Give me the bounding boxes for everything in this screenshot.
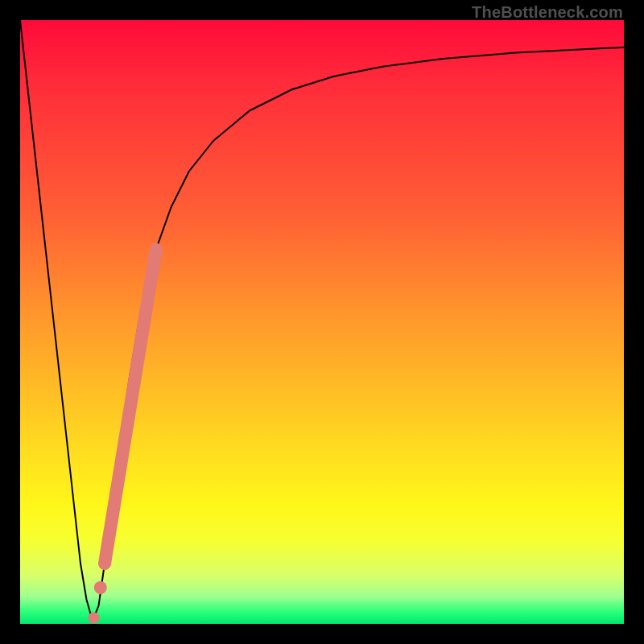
- dot-1: [94, 581, 107, 594]
- watermark-text: TheBottleneck.com: [472, 3, 623, 22]
- dot-2: [89, 613, 100, 624]
- plot-svg: [20, 20, 624, 624]
- plot-area: [20, 20, 624, 624]
- highlight-segment: [105, 250, 156, 564]
- chart-frame: TheBottleneck.com: [0, 0, 644, 644]
